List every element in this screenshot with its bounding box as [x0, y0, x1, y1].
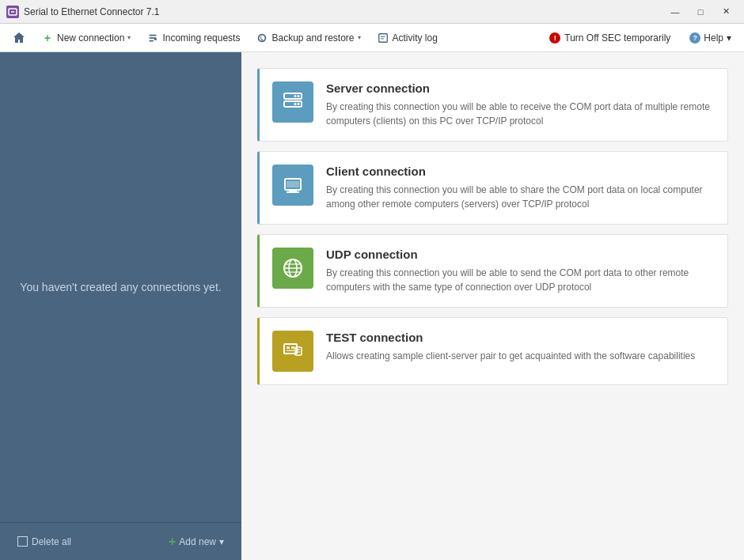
home-icon	[13, 32, 25, 44]
backup-restore-icon	[256, 32, 268, 44]
svg-rect-23	[291, 346, 294, 349]
turn-off-label: Turn Off SEC temporarily	[564, 32, 670, 44]
no-connections-message: You haven't created any connections yet.	[20, 281, 221, 293]
toolbar: + New connection ▾ Incoming requests Bac…	[0, 24, 744, 52]
incoming-requests-button[interactable]: Incoming requests	[140, 28, 246, 47]
close-button[interactable]: ✕	[714, 0, 738, 24]
svg-point-9	[298, 103, 300, 105]
toolbar-right: ! Turn Off SEC temporarily ? Help ▾	[543, 29, 738, 47]
test-connection-desc: Allows creating sample client-server pai…	[326, 349, 715, 363]
client-connection-card[interactable]: Client connection By creating this conne…	[257, 151, 728, 225]
svg-rect-3	[378, 33, 387, 42]
delete-all-button[interactable]: Delete all	[9, 532, 79, 551]
add-new-plus-icon: +	[169, 535, 176, 548]
test-connection-title: TEST connection	[326, 331, 715, 344]
server-connection-card[interactable]: Server connection By creating this conne…	[257, 68, 728, 142]
window-controls: — □ ✕	[663, 0, 738, 24]
new-connection-button[interactable]: + New connection ▾	[35, 28, 137, 47]
udp-connection-title: UDP connection	[326, 248, 715, 261]
turn-off-icon: !	[549, 32, 560, 44]
help-icon: ?	[689, 32, 700, 44]
sidebar: You haven't created any connections yet.…	[0, 52, 241, 560]
sidebar-footer: Delete all + Add new ▾	[0, 522, 241, 560]
new-connection-arrow-icon: ▾	[127, 34, 131, 41]
client-connection-desc: By creating this connection you will be …	[326, 183, 715, 211]
turn-off-sec-button[interactable]: ! Turn Off SEC temporarily	[543, 29, 677, 47]
app-icon	[6, 6, 19, 18]
help-label: Help	[704, 32, 723, 44]
delete-all-label: Delete all	[32, 536, 71, 547]
test-connection-card[interactable]: TEST connection Allows creating sample c…	[257, 317, 728, 385]
svg-point-10	[294, 95, 297, 97]
svg-point-8	[298, 95, 300, 97]
delete-checkbox-icon	[17, 536, 28, 547]
svg-rect-22	[287, 346, 290, 349]
help-arrow-icon: ▾	[727, 32, 731, 44]
activity-log-button[interactable]: Activity log	[370, 28, 444, 47]
help-button[interactable]: ? Help ▾	[683, 29, 738, 47]
svg-point-11	[294, 103, 297, 105]
activity-log-label: Activity log	[393, 32, 438, 44]
add-new-arrow-icon: ▾	[219, 536, 224, 547]
udp-connection-desc: By creating this connection you will be …	[326, 266, 715, 294]
title-bar: Serial to Ethernet Connector 7.1 — □ ✕	[0, 0, 744, 24]
maximize-button[interactable]: □	[689, 0, 712, 24]
add-new-label: Add new	[179, 536, 216, 547]
incoming-requests-icon	[146, 32, 159, 44]
udp-connection-icon	[272, 248, 313, 289]
new-connection-label: New connection	[57, 32, 124, 44]
svg-rect-24	[287, 350, 294, 352]
client-connection-title: Client connection	[326, 165, 715, 178]
server-connection-desc: By creating this connection you will be …	[326, 100, 715, 128]
server-connection-title: Server connection	[326, 81, 715, 95]
test-connection-info: TEST connection Allows creating sample c…	[326, 331, 715, 363]
main-layout: You haven't created any connections yet.…	[0, 52, 744, 560]
home-button[interactable]	[6, 28, 32, 47]
client-connection-icon	[272, 165, 313, 206]
sidebar-content: You haven't created any connections yet.	[0, 52, 241, 522]
content-area: Server connection By creating this conne…	[241, 52, 744, 560]
new-connection-plus-icon: +	[41, 32, 54, 44]
server-connection-info: Server connection By creating this conne…	[326, 81, 715, 128]
client-connection-info: Client connection By creating this conne…	[326, 165, 715, 211]
server-connection-icon	[272, 81, 313, 123]
incoming-requests-label: Incoming requests	[162, 32, 240, 44]
backup-restore-label: Backup and restore	[271, 32, 354, 44]
test-connection-icon	[272, 331, 313, 372]
minimize-button[interactable]: —	[663, 0, 687, 24]
udp-connection-info: UDP connection By creating this connecti…	[326, 248, 715, 294]
backup-restore-button[interactable]: Backup and restore ▾	[249, 28, 366, 47]
svg-rect-14	[287, 191, 299, 193]
svg-rect-15	[287, 181, 299, 187]
activity-log-icon	[377, 32, 389, 44]
udp-connection-card[interactable]: UDP connection By creating this connecti…	[257, 234, 728, 308]
window-title: Serial to Ethernet Connector 7.1	[24, 6, 663, 17]
add-new-button[interactable]: + Add new ▾	[161, 532, 232, 552]
backup-restore-arrow-icon: ▾	[358, 34, 361, 41]
